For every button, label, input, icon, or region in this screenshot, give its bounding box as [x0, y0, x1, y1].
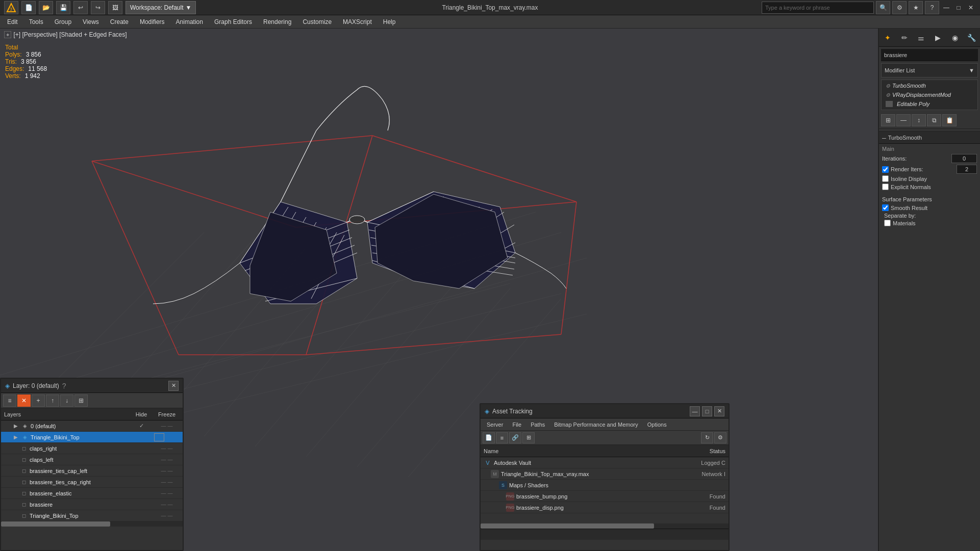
asset-row-maps[interactable]: S Maps / Shaders	[481, 480, 728, 491]
viewport-plus[interactable]: +	[4, 31, 11, 38]
separate-by-section: Separate by: Materials	[882, 213, 977, 226]
menu-tools[interactable]: Tools	[24, 17, 48, 27]
asset-tool-1[interactable]: 📄	[483, 432, 495, 443]
asset-menu-options[interactable]: Options	[643, 421, 671, 429]
layer-row-brassiere[interactable]: ◻ brassiere — —	[1, 499, 183, 510]
menu-animation[interactable]: Animation	[171, 17, 208, 27]
layer-row-claps-right[interactable]: ◻ claps_right — —	[1, 443, 183, 454]
maximize-button[interactable]: □	[953, 3, 964, 13]
rp-modify-icon[interactable]: ✏	[898, 31, 911, 44]
modifier-vray-disp[interactable]: ⚙ VRayDisplacementMod	[883, 90, 976, 99]
modifier-editable-poly[interactable]: Editable Poly	[883, 99, 976, 109]
menu-rendering[interactable]: Rendering	[258, 17, 296, 27]
rp-motion-icon[interactable]: ▶	[932, 31, 945, 44]
layer-row-ties-cap-left[interactable]: ◻ brassiere_ties_cap_left — —	[1, 465, 183, 477]
layer-tool-list[interactable]: ≡	[3, 395, 16, 407]
asset-tool-settings[interactable]: ⚙	[714, 432, 726, 443]
menu-customize[interactable]: Customize	[297, 17, 337, 27]
rp-create-icon[interactable]: ✦	[881, 31, 894, 44]
layer-row-claps-left[interactable]: ◻ claps_left — —	[1, 454, 183, 465]
asset-menu-file[interactable]: File	[508, 421, 525, 429]
asset-scrollbar[interactable]	[481, 523, 728, 529]
asset-tool-2[interactable]: ≡	[496, 432, 508, 443]
app-logo[interactable]: 3	[4, 1, 18, 14]
rp-tool-paste[interactable]: 📋	[942, 114, 957, 126]
asset-tool-3[interactable]: 🔗	[509, 432, 521, 443]
workspace-selector[interactable]: Workspace: Default ▼	[125, 1, 196, 14]
asset-scrollbar-thumb[interactable]	[481, 523, 654, 529]
save-button[interactable]: 💾	[56, 1, 70, 14]
asset-menu-paths[interactable]: Paths	[526, 421, 549, 429]
new-button[interactable]: 📄	[21, 1, 36, 14]
disp-png-icon: PNG	[506, 504, 514, 512]
modifier-turbosm[interactable]: ⚙ TurboSmooth	[883, 81, 976, 90]
settings-icon[interactable]: ⚙	[892, 1, 907, 14]
modifier-search-input[interactable]	[881, 49, 978, 61]
rp-tool-minus[interactable]: —	[896, 114, 911, 126]
menu-modifiers[interactable]: Modifiers	[135, 17, 170, 27]
layers-close-button[interactable]: ✕	[168, 381, 179, 391]
smooth-result-checkbox[interactable]	[882, 204, 889, 211]
asset-row-max-file[interactable]: M Triangle_Bikini_Top_max_vray.max Netwo…	[481, 468, 728, 480]
layer-row-triangle-bikini-top-2[interactable]: ◻ Triangle_Bikini_Top — —	[1, 510, 183, 521]
svg-line-16	[92, 136, 372, 161]
layer-tool-expand[interactable]: ⊞	[74, 395, 88, 407]
asset-minimize-btn[interactable]: —	[690, 406, 700, 416]
layer-tool-delete[interactable]: ✕	[17, 395, 31, 407]
rp-display-icon[interactable]: ◉	[948, 31, 962, 44]
rp-tool-copy[interactable]: ⧉	[927, 114, 941, 126]
menu-group[interactable]: Group	[49, 17, 77, 27]
search-box[interactable]: Type a keyword or phrase	[762, 2, 874, 14]
asset-maximize-btn[interactable]: □	[702, 406, 712, 416]
asset-close-btn[interactable]: ✕	[714, 406, 724, 416]
layer-claps-left-icon: ◻	[20, 456, 28, 463]
iterations-input[interactable]	[951, 154, 977, 163]
asset-menu-server[interactable]: Server	[483, 421, 507, 429]
undo-button[interactable]: ↩	[73, 1, 88, 14]
rp-hierarchy-icon[interactable]: ⚌	[915, 31, 928, 44]
turbosm-collapse[interactable]: –	[882, 134, 886, 142]
redo-button[interactable]: ↪	[91, 1, 105, 14]
menu-help[interactable]: Help	[378, 17, 401, 27]
layer-row-default[interactable]: ▶ ◈ 0 (default) ✓ — —	[1, 421, 183, 432]
menu-create[interactable]: Create	[105, 17, 134, 27]
layer-row-ties-cap-right[interactable]: ◻ brassiere_ties_cap_right — —	[1, 477, 183, 488]
help-icon[interactable]: ?	[925, 1, 939, 14]
isoline-checkbox[interactable]	[882, 175, 889, 182]
layers-scrollbar-thumb[interactable]	[1, 521, 110, 527]
rp-tool-pin[interactable]: ⊞	[881, 114, 895, 126]
layers-title-right: ✕	[168, 381, 179, 391]
minimize-button[interactable]: —	[941, 3, 951, 13]
svg-line-18	[92, 161, 296, 227]
layer-tool-add[interactable]: +	[32, 395, 45, 407]
asset-tool-sync[interactable]: ↻	[701, 432, 713, 443]
layer-tool-move-up[interactable]: ↑	[46, 395, 59, 407]
render-preview-button[interactable]: 🖼	[108, 1, 122, 14]
asset-tool-4[interactable]: ⊞	[522, 432, 535, 443]
modifier-list-dropdown[interactable]: Modifier List ▼	[881, 63, 978, 77]
render-iters-checkbox[interactable]	[882, 166, 889, 173]
close-button[interactable]: ✕	[966, 3, 976, 13]
open-button[interactable]: 📂	[39, 1, 53, 14]
layer-tool-move-down[interactable]: ↓	[60, 395, 73, 407]
render-iters-input[interactable]	[957, 165, 977, 174]
menu-edit[interactable]: Edit	[2, 17, 23, 27]
menu-views[interactable]: Views	[78, 17, 104, 27]
asset-menu-bitmap[interactable]: Bitmap Performance and Memory	[550, 421, 642, 429]
menu-graph-editors[interactable]: Graph Editors	[209, 17, 257, 27]
rp-utilities-icon[interactable]: 🔧	[965, 31, 978, 44]
asset-row-disp[interactable]: PNG brassiere_disp.png Found	[481, 502, 728, 513]
materials-checkbox[interactable]	[884, 220, 891, 226]
search-icon[interactable]: 🔍	[876, 1, 890, 14]
window-title: Triangle_Bikini_Top_max_vray.max	[442, 4, 538, 11]
menu-maxscript[interactable]: MAXScript	[338, 17, 377, 27]
layers-scrollbar[interactable]	[1, 521, 183, 527]
rp-tool-move[interactable]: ↕	[912, 114, 926, 126]
layers-help-button[interactable]: ?	[62, 382, 66, 390]
asset-row-bump[interactable]: PNG brassiere_bump.png Found	[481, 491, 728, 502]
explicit-normals-checkbox[interactable]	[882, 183, 889, 190]
layer-row-triangle-bikini-top[interactable]: ▶ ◈ Triangle_Bikini_Top	[1, 432, 183, 443]
asset-row-vault[interactable]: V Autodesk Vault Logged C	[481, 457, 728, 468]
star-icon[interactable]: ★	[909, 1, 923, 14]
layer-row-elastic[interactable]: ◻ brassiere_elastic — —	[1, 488, 183, 499]
